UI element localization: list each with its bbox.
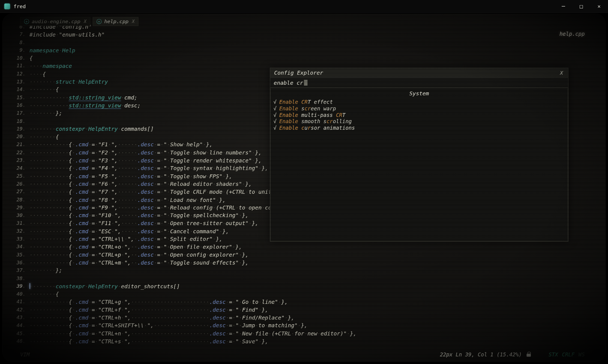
config-section-header: System bbox=[271, 90, 568, 96]
code-line-content: namespace·Help bbox=[29, 46, 75, 54]
config-item[interactable]: √Enable cursor animations bbox=[273, 125, 568, 131]
checkbox-checked-icon: √ bbox=[273, 105, 277, 112]
code-line-content: ············{·.cmd·=·"CTRL+h·",·········… bbox=[29, 314, 294, 321]
config-item[interactable]: √Enable CRT effect bbox=[273, 99, 568, 105]
line-number: 36. bbox=[8, 259, 25, 266]
tab-help-cpp[interactable]: +help.cppX bbox=[93, 17, 139, 26]
line-number: 22. bbox=[8, 149, 25, 157]
line-number: 19. bbox=[8, 125, 25, 133]
line-number: 38. bbox=[8, 274, 25, 282]
code-line[interactable]: 42.············{·.cmd·=·"CTRL+f·",······… bbox=[8, 306, 357, 314]
current-file-indicator: help.cpp bbox=[559, 31, 585, 37]
code-line[interactable]: 8. bbox=[8, 39, 357, 47]
code-line[interactable]: 37.········}; bbox=[8, 266, 357, 274]
code-line-content: #include·"enum-utils.h" bbox=[29, 31, 105, 39]
line-number: 27. bbox=[8, 188, 25, 196]
config-item-label: Enable multi-pass CRT bbox=[279, 112, 346, 118]
code-line[interactable]: 36.············{·.cmd·=·"CTRL+m·",··.des… bbox=[8, 259, 357, 266]
line-number: 26. bbox=[8, 180, 25, 188]
code-line-content: { bbox=[29, 54, 33, 62]
maximize-button[interactable]: □ bbox=[572, 0, 590, 12]
config-item-label: Enable smooth scrolling bbox=[279, 118, 352, 125]
line-number: 11. bbox=[8, 62, 25, 70]
code-line-content: ········}; bbox=[29, 266, 62, 274]
line-number: 32. bbox=[8, 227, 25, 235]
code-line-content: ············{·.cmd·=·"CTRL+f·",·········… bbox=[29, 306, 268, 314]
status-flags: STXCRLFWS bbox=[549, 351, 585, 357]
config-item[interactable]: √Enable smooth scrolling bbox=[273, 118, 568, 125]
code-line-content: ············{·.cmd·=·"CTRL+SHIFT+\\·",··… bbox=[29, 321, 307, 329]
code-line-content: ············{·.cmd·=·"CTRL+p·",··.desc·=… bbox=[29, 251, 248, 259]
code-line[interactable]: 46.············{·.cmd·=·"CTRL+s·",······… bbox=[8, 337, 357, 345]
tab-audio-engine-cpp[interactable]: +audio-engine.cppX bbox=[20, 17, 90, 26]
code-line-content: ····{ bbox=[29, 70, 46, 78]
config-search-input[interactable]: enable cr bbox=[270, 78, 568, 88]
lock-icon bbox=[526, 354, 531, 357]
config-items: √Enable CRT effect√Enable screen warp√En… bbox=[271, 99, 568, 131]
code-line-content: ········constexpr·HelpEntry·editor_short… bbox=[29, 282, 180, 290]
app-icon bbox=[4, 3, 10, 9]
code-line-content: ············std::string_view·cmd; bbox=[29, 94, 137, 102]
config-explorer-title: Config Explorer bbox=[274, 70, 323, 76]
code-line-content: ············{·.cmd·=·"F9·",······.desc·=… bbox=[29, 204, 301, 211]
line-number: 33. bbox=[8, 235, 25, 243]
checkbox-checked-icon: √ bbox=[273, 99, 277, 105]
close-button[interactable]: × bbox=[590, 0, 608, 12]
code-line[interactable]: 34.············{·.cmd·=·"CTRL+o·",··.des… bbox=[8, 243, 357, 251]
line-number: 10. bbox=[8, 54, 25, 62]
code-line-content: ············{·.cmd·=·"F11·",·····.desc·=… bbox=[29, 219, 258, 227]
code-line[interactable]: 39.········constexpr·HelpEntry·editor_sh… bbox=[8, 282, 357, 290]
code-line[interactable]: 38. bbox=[8, 274, 357, 282]
code-line[interactable]: 41.············{·.cmd·=·"CTRL+g·",······… bbox=[8, 298, 357, 306]
editor-mode-indicator: VIM bbox=[20, 351, 30, 357]
line-number: 12. bbox=[8, 70, 25, 78]
code-line[interactable]: 7.#include·"enum-utils.h" bbox=[8, 31, 357, 39]
code-line[interactable]: 40.········{ bbox=[8, 290, 357, 298]
config-explorer-dialog: Config Explorer X enable cr System √Enab… bbox=[270, 68, 568, 242]
code-line-content: ············{·.cmd·=·"CTRL+\\·",·.desc·=… bbox=[29, 235, 222, 243]
code-line-content: ········}; bbox=[29, 109, 62, 117]
status-flag-CRLF: CRLF bbox=[562, 351, 574, 357]
code-line-content: ········{ bbox=[29, 133, 59, 141]
code-line[interactable]: 35.············{·.cmd·=·"CTRL+p·",··.des… bbox=[8, 251, 357, 259]
line-number: 41. bbox=[8, 298, 25, 306]
code-line[interactable]: 43.············{·.cmd·=·"CTRL+h·",······… bbox=[8, 314, 357, 321]
line-number: 35. bbox=[8, 251, 25, 259]
code-line-content: ····namespace bbox=[29, 62, 72, 70]
text-cursor-block bbox=[304, 80, 307, 86]
tab-label: audio-engine.cpp bbox=[32, 19, 80, 24]
checkbox-checked-icon: √ bbox=[273, 118, 277, 125]
minimize-button[interactable]: ─ bbox=[555, 0, 572, 12]
code-line-content: ············{·.cmd·=·"F10·",·····.desc·=… bbox=[29, 211, 248, 219]
config-item-label: Enable screen warp bbox=[279, 105, 336, 112]
tab-close-icon[interactable]: X bbox=[84, 19, 86, 24]
line-number: 21. bbox=[8, 141, 25, 149]
line-number: 24. bbox=[8, 164, 25, 172]
line-number: 20. bbox=[8, 133, 25, 141]
line-number: 43. bbox=[8, 314, 25, 321]
config-item[interactable]: √Enable multi-pass CRT bbox=[273, 112, 568, 118]
line-number: 45. bbox=[8, 329, 25, 337]
code-line[interactable]: 45.············{·.cmd·=·"CTRL+n·",······… bbox=[8, 329, 357, 337]
code-line-content: ········{ bbox=[29, 290, 59, 298]
code-line-content: ············{·.cmd·=·"CTRL+s·",·········… bbox=[29, 337, 268, 345]
code-line-content: ············{·.cmd·=·"CTRL+m·",··.desc·=… bbox=[29, 259, 248, 266]
cpp-file-icon: + bbox=[24, 19, 29, 24]
code-line-content: ············{·.cmd·=·"F6·",······.desc·=… bbox=[29, 180, 252, 188]
config-item-label: Enable cursor animations bbox=[279, 125, 355, 131]
tab-close-icon[interactable]: X bbox=[132, 19, 134, 24]
status-right: 22px Ln 39, Col 1 (15.42%) STXCRLFWS bbox=[440, 351, 585, 357]
code-line[interactable]: 44.············{·.cmd·=·"CTRL+SHIFT+\\·"… bbox=[8, 321, 357, 329]
cpp-file-icon: + bbox=[97, 19, 101, 24]
line-number: 39. bbox=[8, 282, 25, 290]
code-line-content: ············{·.cmd·=·"F1·",······.desc·=… bbox=[29, 141, 212, 149]
status-flag-WS: WS bbox=[579, 351, 585, 357]
line-number: 13. bbox=[8, 78, 25, 86]
line-number: 28. bbox=[8, 196, 25, 204]
code-line[interactable]: 9.namespace·Help bbox=[8, 46, 357, 54]
config-close-button[interactable]: X bbox=[560, 70, 564, 76]
code-line[interactable]: 10.{ bbox=[8, 54, 357, 62]
config-results: System √Enable CRT effect√Enable screen … bbox=[270, 89, 568, 241]
config-item[interactable]: √Enable screen warp bbox=[273, 105, 568, 112]
code-line-content: ········struct·HelpEntry bbox=[29, 78, 108, 86]
